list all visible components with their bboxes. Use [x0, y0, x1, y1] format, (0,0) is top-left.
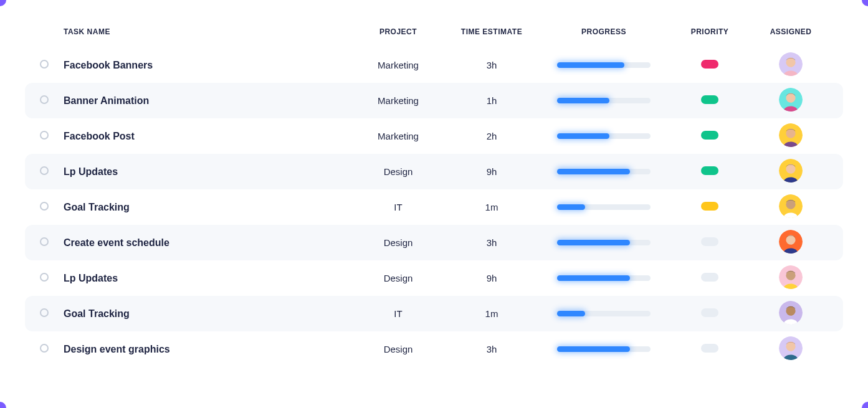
progress-bar: [557, 311, 651, 316]
assignee-avatar[interactable]: [779, 336, 803, 360]
task-time-estimate: 3h: [442, 237, 541, 248]
progress-fill: [557, 98, 609, 103]
table-row[interactable]: Banner AnimationMarketing1h: [25, 83, 843, 118]
progress-bar: [557, 62, 651, 68]
task-time-estimate: 3h: [442, 60, 541, 70]
task-time-estimate: 9h: [442, 166, 541, 177]
task-project: Design: [355, 344, 442, 354]
progress-bar: [557, 133, 651, 139]
task-name[interactable]: Goal Tracking: [64, 308, 130, 319]
priority-pill[interactable]: [701, 131, 718, 140]
priority-pill[interactable]: [701, 273, 718, 282]
table-header-row: TASK NAME PROJECT TIME ESTIMATE PROGRESS…: [25, 27, 843, 47]
col-header-task-name: TASK NAME: [64, 27, 355, 36]
progress-bar: [557, 98, 651, 103]
col-header-priority: PRIORITY: [666, 27, 753, 36]
assignee-avatar[interactable]: [779, 265, 803, 289]
table-row[interactable]: Facebook PostMarketing2h: [25, 118, 843, 154]
task-project: IT: [355, 308, 442, 319]
progress-fill: [557, 204, 585, 210]
task-project: IT: [355, 202, 442, 212]
table-row[interactable]: Goal TrackingIT1m: [25, 189, 843, 225]
col-header-time-estimate: TIME ESTIMATE: [442, 27, 541, 36]
task-project: Design: [355, 237, 442, 248]
task-name[interactable]: Facebook Banners: [64, 60, 153, 70]
assignee-avatar[interactable]: [779, 194, 803, 218]
priority-pill[interactable]: [701, 166, 718, 175]
task-time-estimate: 9h: [442, 273, 541, 283]
progress-fill: [557, 240, 630, 245]
assignee-avatar[interactable]: [779, 52, 803, 76]
task-name[interactable]: Facebook Post: [64, 131, 135, 141]
table-row[interactable]: Goal TrackingIT1m: [25, 296, 843, 331]
task-name[interactable]: Create event schedule: [64, 237, 169, 248]
priority-pill[interactable]: [701, 202, 718, 211]
task-time-estimate: 1h: [442, 95, 541, 106]
task-name[interactable]: Banner Animation: [64, 95, 149, 106]
progress-bar: [557, 169, 651, 174]
table-row[interactable]: Facebook BannersMarketing3h: [25, 47, 843, 83]
assignee-avatar[interactable]: [779, 230, 803, 254]
priority-pill[interactable]: [701, 237, 718, 246]
task-project: Marketing: [355, 131, 442, 141]
row-checkbox[interactable]: [40, 202, 49, 211]
progress-fill: [557, 133, 609, 139]
progress-bar: [557, 240, 651, 245]
task-project: Design: [355, 166, 442, 177]
row-checkbox[interactable]: [40, 166, 49, 175]
task-time-estimate: 1m: [442, 308, 541, 319]
assignee-avatar[interactable]: [779, 123, 803, 147]
assignee-avatar[interactable]: [779, 301, 803, 325]
table-row[interactable]: Create event scheduleDesign3h: [25, 225, 843, 260]
assignee-avatar[interactable]: [779, 159, 803, 183]
progress-bar: [557, 275, 651, 281]
priority-pill[interactable]: [701, 60, 718, 69]
task-table: TASK NAME PROJECT TIME ESTIMATE PROGRESS…: [0, 0, 868, 367]
task-project: Design: [355, 273, 442, 283]
progress-fill: [557, 275, 630, 281]
priority-pill[interactable]: [701, 308, 718, 317]
task-time-estimate: 1m: [442, 202, 541, 212]
progress-fill: [557, 169, 630, 174]
col-header-project: PROJECT: [355, 27, 442, 36]
table-row[interactable]: Lp UpdatesDesign9h: [25, 154, 843, 189]
row-checkbox[interactable]: [40, 273, 49, 282]
row-checkbox[interactable]: [40, 344, 49, 353]
row-checkbox[interactable]: [40, 95, 49, 104]
task-name[interactable]: Lp Updates: [64, 273, 118, 283]
progress-fill: [557, 311, 585, 316]
progress-fill: [557, 62, 624, 68]
task-project: Marketing: [355, 60, 442, 70]
row-checkbox[interactable]: [40, 60, 49, 69]
table-row[interactable]: Lp UpdatesDesign9h: [25, 260, 843, 296]
task-name[interactable]: Goal Tracking: [64, 202, 130, 212]
col-header-assigned: ASSIGNED: [753, 27, 828, 36]
priority-pill[interactable]: [701, 95, 718, 104]
row-checkbox[interactable]: [40, 237, 49, 246]
row-checkbox[interactable]: [40, 308, 49, 317]
task-time-estimate: 2h: [442, 131, 541, 141]
task-time-estimate: 3h: [442, 344, 541, 354]
col-header-progress: PROGRESS: [541, 27, 666, 36]
task-project: Marketing: [355, 95, 442, 106]
progress-bar: [557, 204, 651, 210]
priority-pill[interactable]: [701, 344, 718, 353]
table-body: Facebook BannersMarketing3hBanner Animat…: [25, 47, 843, 367]
task-name[interactable]: Lp Updates: [64, 166, 118, 177]
row-checkbox[interactable]: [40, 131, 49, 140]
progress-fill: [557, 346, 630, 352]
task-name[interactable]: Design event graphics: [64, 344, 170, 354]
assignee-avatar[interactable]: [779, 88, 803, 111]
progress-bar: [557, 346, 651, 352]
table-row[interactable]: Design event graphicsDesign3h: [25, 331, 843, 367]
